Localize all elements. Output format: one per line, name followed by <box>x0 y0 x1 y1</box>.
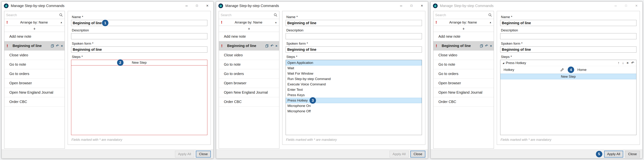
sidebar-item[interactable]: Add new note <box>219 32 279 41</box>
titlebar[interactable]: Manage Step-by-step Commands – □ × <box>431 1 642 10</box>
name-input[interactable] <box>500 20 636 26</box>
copy-icon[interactable] <box>265 44 268 47</box>
sidebar-item[interactable]: Open browser <box>219 79 279 88</box>
undo-icon[interactable]: ↶ <box>56 44 59 47</box>
undo-icon[interactable]: ↶ <box>485 44 488 47</box>
add-command-button[interactable]: + <box>4 26 65 32</box>
name-input[interactable] <box>71 20 207 26</box>
arrange-by-header[interactable]: ! Arrange by: Name ▲ <box>4 19 65 26</box>
search-icon[interactable] <box>59 13 63 17</box>
apply-all-button[interactable]: Apply All <box>604 151 623 158</box>
apply-all-button[interactable]: Apply All <box>175 151 194 158</box>
maximize-icon[interactable]: □ <box>192 2 202 9</box>
arrange-by-header[interactable]: ! Arrange by: Name ▲ <box>219 19 279 26</box>
window-content: ! Arrange by: Name ▲ + Add new note ! Be… <box>2 10 213 150</box>
edit-pencil-icon[interactable] <box>560 68 564 72</box>
close-button[interactable]: Close <box>410 151 425 158</box>
sidebar-item[interactable]: Open browser <box>434 79 494 88</box>
copy-icon[interactable] <box>480 44 483 47</box>
step-type-option-press-hotkey[interactable]: Press Hotkey 3 <box>286 98 422 103</box>
sidebar-item-selected[interactable]: ! Beginning of line ↶ × <box>434 41 494 51</box>
step-type-list[interactable]: Open Application Wait Wait For Window Ru… <box>286 60 422 135</box>
sidebar-item[interactable]: Go to note <box>434 60 494 69</box>
sidebar-item[interactable]: Order CBC <box>219 97 279 107</box>
search-input[interactable] <box>435 13 488 17</box>
spoken-form-input[interactable] <box>71 46 207 53</box>
close-button[interactable]: Close <box>625 151 640 158</box>
delete-icon[interactable]: × <box>61 44 63 47</box>
sidebar-item[interactable]: Go to orders <box>434 69 494 79</box>
step-type-option[interactable]: Press Keys <box>286 92 422 98</box>
step-type-option[interactable]: Wait <box>286 65 422 71</box>
description-input[interactable] <box>286 33 422 39</box>
sidebar-item[interactable]: Go to orders <box>4 69 65 79</box>
delete-icon[interactable]: × <box>626 61 628 65</box>
delete-icon[interactable]: × <box>490 44 492 47</box>
minimize-icon[interactable]: – <box>610 2 621 9</box>
new-step-row[interactable]: 2 New Step <box>71 60 207 65</box>
collapse-expander-icon[interactable]: ◢ <box>502 62 504 64</box>
add-command-button[interactable]: + <box>219 26 279 32</box>
search-input[interactable] <box>6 13 59 17</box>
sidebar-item-selected[interactable]: ! Beginning of line ↶ × <box>219 41 279 51</box>
close-button[interactable]: Close <box>196 151 211 158</box>
undo-icon[interactable]: ↶ <box>631 61 634 65</box>
step-type-option-selected[interactable]: Open Application <box>286 60 422 65</box>
spoken-form-input[interactable] <box>286 46 422 53</box>
sidebar-item[interactable]: Add new note <box>434 32 494 41</box>
hotkey-value[interactable]: Home <box>578 68 586 72</box>
steps-list[interactable]: ◢ Press Hotkey ↑ ↓ × ↶ Hotkey <box>500 60 636 135</box>
maximize-icon[interactable]: □ <box>621 2 631 9</box>
step-type-option[interactable]: Run Step-by-step Command <box>286 76 422 82</box>
copy-icon[interactable] <box>51 44 54 47</box>
add-command-button[interactable]: + <box>434 26 494 32</box>
sidebar-item[interactable]: Open New England Journal <box>219 88 279 97</box>
maximize-icon[interactable]: □ <box>406 2 417 9</box>
close-icon[interactable]: × <box>202 2 212 9</box>
sidebar-item[interactable]: Add new note <box>4 32 65 41</box>
step-type-option[interactable]: Enter Text <box>286 87 422 92</box>
new-step-row[interactable]: New Step <box>500 74 636 79</box>
spoken-form-input[interactable] <box>500 46 636 53</box>
step-type-option[interactable]: Microphone On <box>286 103 422 109</box>
sidebar-item[interactable]: Go to orders <box>219 69 279 79</box>
sidebar-item[interactable]: Open New England Journal <box>434 88 494 97</box>
step-type-option[interactable]: Execute Voice Command <box>286 82 422 87</box>
sidebar-item[interactable]: Open browser <box>4 79 65 88</box>
apply-all-button[interactable]: Apply All <box>390 151 409 158</box>
step-type-option[interactable]: Wait For Window <box>286 71 422 76</box>
minimize-icon[interactable]: – <box>181 2 192 9</box>
name-input[interactable] <box>286 20 422 26</box>
delete-icon[interactable]: × <box>276 44 278 47</box>
sidebar-item[interactable]: Close video <box>4 51 65 60</box>
sidebar-item-selected[interactable]: ! Beginning of line ↶ × <box>4 41 65 51</box>
description-input[interactable] <box>71 33 207 39</box>
undo-icon[interactable]: ↶ <box>270 44 274 47</box>
sidebar-item[interactable]: Order CBC <box>4 97 65 107</box>
editor-column: Name * Description Spoken form * Steps *… <box>282 11 425 149</box>
step-type-option[interactable]: Microphone Off <box>286 109 422 114</box>
minimize-icon[interactable]: – <box>396 2 406 9</box>
titlebar[interactable]: Manage Step-by-step Commands – □ × <box>2 1 213 10</box>
sidebar-item[interactable]: Close video <box>434 51 494 60</box>
spoken-form-label: Spoken form * <box>71 42 207 46</box>
steps-list[interactable]: 2 New Step <box>71 60 207 135</box>
search-icon[interactable] <box>488 13 492 17</box>
step-editor-header[interactable]: ◢ Press Hotkey ↑ ↓ × ↶ <box>500 60 636 66</box>
sidebar-item[interactable]: Order CBC <box>434 97 494 107</box>
search-icon[interactable] <box>274 13 278 17</box>
sidebar-item[interactable]: Open New England Journal <box>4 88 65 97</box>
description-input[interactable] <box>500 33 636 39</box>
move-up-icon[interactable]: ↑ <box>618 61 620 65</box>
move-down-icon[interactable]: ↓ <box>622 61 624 65</box>
command-list: Add new note ! Beginning of line ↶ × Clo… <box>4 32 65 149</box>
search-input[interactable] <box>221 13 274 17</box>
window-controls: – □ × <box>610 2 642 9</box>
arrange-by-header[interactable]: ! Arrange by: Name ▲ <box>434 19 494 26</box>
close-icon[interactable]: × <box>631 2 642 9</box>
sidebar-item[interactable]: Go to note <box>219 60 279 69</box>
sidebar-item[interactable]: Go to note <box>4 60 65 69</box>
titlebar[interactable]: Manage Step-by-step Commands – □ × <box>216 1 428 10</box>
close-icon[interactable]: × <box>417 2 427 9</box>
sidebar-item[interactable]: Close video <box>219 51 279 60</box>
